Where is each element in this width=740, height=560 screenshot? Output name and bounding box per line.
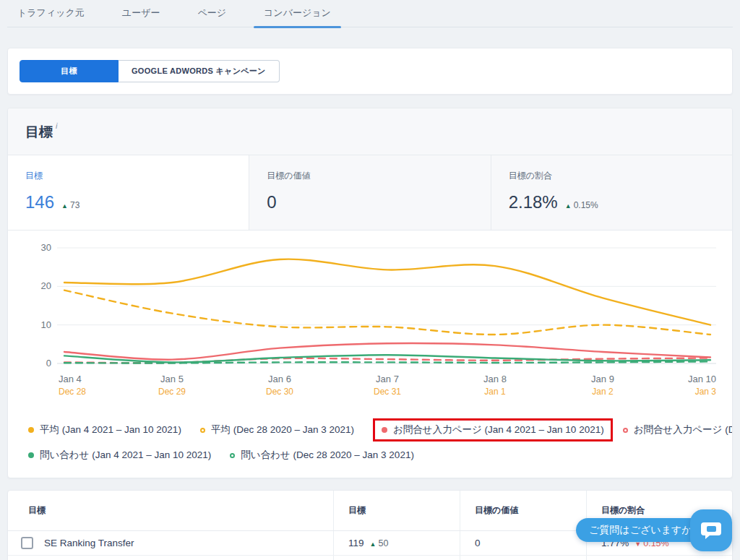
toggle-option-2[interactable]: GOOGLE ADWORDS キャンペーン [119, 60, 280, 82]
svg-text:Dec 30: Dec 30 [266, 387, 293, 397]
svg-text:Jan 2: Jan 2 [592, 387, 614, 397]
svg-text:0: 0 [46, 358, 51, 369]
legend-label: 問い合わせ (Jan 4 2021 – Jan 10 2021) [40, 449, 211, 462]
stat-delta: ▲73 [61, 200, 79, 210]
svg-text:Dec 31: Dec 31 [374, 387, 401, 397]
legend-item[interactable]: 問い合わせ (Dec 28 2020 – Jan 3 2021) [230, 449, 414, 462]
svg-text:Dec 29: Dec 29 [158, 387, 186, 397]
stat-label: 目標 [25, 170, 231, 182]
arrow-up-icon: ▲ [565, 202, 572, 210]
tab-4[interactable]: コンバージョン [254, 0, 341, 27]
goal-name-cell: お問合せ入力ページ [8, 556, 333, 560]
chat-button[interactable] [690, 509, 732, 551]
goal-name-cell: SE Ranking Transfer [8, 531, 333, 555]
legend-item[interactable]: 平均 (Jan 4 2021 – Jan 10 2021) [28, 423, 181, 436]
legend-label: 平均 (Jan 4 2021 – Jan 10 2021) [40, 423, 181, 436]
goals-card-header: 目標 i [8, 108, 732, 155]
legend-row-1: 平均 (Jan 4 2021 – Jan 10 2021)平均 (Dec 28 … [28, 418, 715, 441]
arrow-up-icon: ▲ [61, 202, 68, 210]
legend-marker-icon [230, 453, 235, 458]
goal-count-cell: 119▲50 [333, 531, 460, 555]
stat-panel-1[interactable]: 目標146▲73 [8, 155, 249, 230]
goal-value-cell: 0 [460, 556, 586, 560]
stat-value-row: 0 [267, 192, 473, 212]
legend-label: お問合せ入力ページ (Jan 4 2021 – Jan 10 2021) [393, 423, 604, 436]
legend-row-2: 問い合わせ (Jan 4 2021 – Jan 10 2021)問い合わせ (D… [28, 449, 715, 462]
info-icon[interactable]: i [56, 121, 57, 130]
legend-label: お問合せ入力ページ (Dec 28 2020 – Jan 3 2021) [634, 423, 733, 436]
goal-value: 0 [475, 538, 481, 548]
stat-value-row: 2.18%▲0.15% [509, 192, 715, 212]
stat-label: 目標の価値 [267, 170, 473, 182]
report-type-toggle: 目標GOOGLE ADWORDS キャンペーン [20, 60, 720, 82]
report-type-card: 目標GOOGLE ADWORDS キャンペーン [7, 48, 733, 95]
column-header-1[interactable]: 目標 [8, 491, 333, 530]
stat-panel-2[interactable]: 目標の価値0 [249, 155, 490, 230]
column-header-3[interactable]: 目標の価値 [460, 491, 586, 530]
stat-label: 目標の割合 [509, 170, 715, 182]
goal-count-cell: 21▲17 [333, 556, 460, 560]
svg-text:Jan 10: Jan 10 [688, 374, 716, 384]
goal-name: SE Ranking Transfer [44, 538, 134, 548]
svg-text:30: 30 [41, 242, 51, 253]
goal-count: 119 [348, 538, 364, 548]
page-title: 目標 [25, 123, 53, 142]
legend-marker-icon [200, 428, 205, 433]
stat-value: 0 [267, 192, 276, 212]
legend-item[interactable]: 問い合わせ (Jan 4 2021 – Jan 10 2021) [28, 449, 211, 462]
legend-marker-icon [28, 452, 34, 458]
chart-legend: 平均 (Jan 4 2021 – Jan 10 2021)平均 (Dec 28 … [8, 401, 732, 478]
svg-text:10: 10 [41, 319, 51, 330]
stats-row: 目標146▲73目標の価値0目標の割合2.18%▲0.15% [8, 155, 732, 231]
legend-item[interactable]: 平均 (Dec 28 2020 – Jan 3 2021) [200, 423, 354, 436]
goal-delta: ▲50 [370, 538, 389, 548]
legend-marker-icon [382, 427, 387, 433]
svg-text:Jan 5: Jan 5 [160, 374, 184, 384]
svg-text:Jan 3: Jan 3 [695, 387, 716, 397]
svg-text:Jan 4: Jan 4 [59, 374, 82, 384]
table-row: お問合せ入力ページ21▲170 [8, 556, 732, 560]
chat-bubble-icon [700, 519, 723, 542]
chat-tooltip-text: ご質問はございますか？ [589, 524, 702, 537]
checkbox-unchecked[interactable] [21, 537, 33, 549]
tab-2[interactable]: ユーザー [112, 0, 171, 27]
conversion-chart: 0102030Jan 4Dec 28Jan 5Dec 29Jan 6Dec 30… [25, 241, 716, 398]
legend-marker-icon [28, 427, 34, 433]
svg-text:Jan 8: Jan 8 [483, 374, 507, 384]
report-tab-list: トラフィック元ユーザーページコンバージョン [7, 0, 733, 27]
svg-text:Dec 28: Dec 28 [59, 387, 86, 397]
arrow-up-icon: ▲ [370, 540, 377, 548]
stat-delta: ▲0.15% [565, 200, 598, 210]
goals-card: 目標 i 目標146▲73目標の価値0目標の割合2.18%▲0.15% 0102… [7, 108, 733, 478]
stat-panel-3[interactable]: 目標の割合2.18%▲0.15% [491, 155, 732, 230]
legend-label: 問い合わせ (Dec 28 2020 – Jan 3 2021) [241, 449, 414, 462]
tab-3[interactable]: ページ [187, 0, 236, 27]
svg-text:Jan 9: Jan 9 [591, 374, 614, 384]
legend-item[interactable]: お問合せ入力ページ (Dec 28 2020 – Jan 3 2021) [623, 423, 733, 436]
legend-marker-icon [623, 428, 628, 433]
stat-value-row: 146▲73 [25, 192, 231, 212]
svg-text:Jan 1: Jan 1 [484, 387, 506, 397]
goal-rate-cell [586, 556, 732, 560]
goal-value-cell: 0 [460, 531, 586, 555]
svg-text:20: 20 [41, 280, 51, 291]
report-tab-bar: トラフィック元ユーザーページコンバージョン [0, 0, 740, 27]
legend-label: 平均 (Dec 28 2020 – Jan 3 2021) [211, 423, 354, 436]
chart-area: 0102030Jan 4Dec 28Jan 5Dec 29Jan 6Dec 30… [8, 231, 732, 401]
stat-value: 146 [25, 192, 54, 212]
tab-1[interactable]: トラフィック元 [7, 0, 95, 27]
svg-text:Jan 6: Jan 6 [268, 374, 291, 384]
svg-text:Jan 7: Jan 7 [376, 374, 399, 384]
column-header-2[interactable]: 目標 [333, 491, 460, 530]
stat-value: 2.18% [509, 192, 558, 212]
legend-item[interactable]: お問合せ入力ページ (Jan 4 2021 – Jan 10 2021) [373, 418, 613, 441]
toggle-option-1[interactable]: 目標 [20, 60, 119, 82]
